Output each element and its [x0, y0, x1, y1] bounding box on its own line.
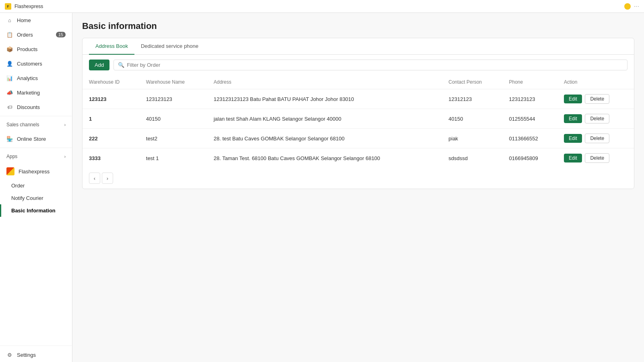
- cell-warehouse-id-0: 123123: [83, 89, 140, 109]
- edit-button-2[interactable]: Edit: [564, 134, 582, 143]
- app-title: Flashexpress: [14, 4, 43, 9]
- table-row: 1 40150 jalan test Shah Alam KLANG Selan…: [83, 109, 634, 129]
- col-action: Action: [557, 75, 634, 89]
- cell-contact-person-3: sdsdssd: [442, 148, 502, 168]
- main-content: Basic information Address Book Dedicated…: [72, 13, 644, 362]
- cell-warehouse-name-1: 40150: [140, 109, 207, 129]
- col-warehouse-name: Warehouse Name: [140, 75, 207, 89]
- cell-contact-person-1: 40150: [442, 109, 502, 129]
- flashexpress-icon: [6, 167, 14, 175]
- sidebar-label-marketing: Marketing: [17, 90, 40, 96]
- delete-button-1[interactable]: Delete: [585, 114, 609, 123]
- cell-address-0: 123123123123 Batu Pahat BATU PAHAT Johor…: [207, 89, 442, 109]
- table-row: 123123 123123123 123123123123 Batu Pahat…: [83, 89, 634, 109]
- pagination: ‹ ›: [83, 168, 634, 189]
- apps-chevron: ›: [64, 154, 66, 159]
- top-bar-actions: ···: [624, 3, 639, 10]
- cell-phone-2: 0113666552: [502, 129, 557, 148]
- edit-button-1[interactable]: Edit: [564, 114, 582, 123]
- cell-warehouse-id-3: 3333: [83, 148, 140, 168]
- tab-address-book[interactable]: Address Book: [89, 38, 134, 55]
- home-icon: ⌂: [6, 17, 13, 23]
- cell-warehouse-name-3: test 1: [140, 148, 207, 168]
- cell-phone-3: 0166945809: [502, 148, 557, 168]
- next-page-button[interactable]: ›: [102, 173, 113, 184]
- col-contact-person: Contact Person: [442, 75, 502, 89]
- analytics-icon: 📊: [6, 75, 13, 81]
- delete-button-0[interactable]: Delete: [585, 94, 609, 104]
- prev-page-button[interactable]: ‹: [89, 173, 100, 184]
- table-row: 3333 test 1 28. Taman Test. 68100 Batu C…: [83, 148, 634, 168]
- add-button[interactable]: Add: [89, 60, 109, 70]
- sidebar-item-orders[interactable]: 📋 Orders 15: [0, 27, 72, 42]
- col-address: Address: [207, 75, 442, 89]
- sidebar-label-analytics: Analytics: [17, 75, 38, 81]
- warehouse-table: Warehouse ID Warehouse Name Address Cont…: [83, 75, 634, 168]
- notification-dot[interactable]: [624, 3, 631, 10]
- sidebar-item-home[interactable]: ⌂ Home: [0, 13, 72, 27]
- orders-icon: 📋: [6, 31, 13, 38]
- products-icon: 📦: [6, 46, 13, 52]
- customers-icon: 👤: [6, 60, 13, 67]
- sub-label-basic-information: Basic Information: [11, 208, 56, 214]
- settings-icon: ⚙: [6, 352, 13, 358]
- cell-warehouse-id-1: 1: [83, 109, 140, 129]
- tabs-container: Address Book Dedicated service phone: [83, 38, 634, 55]
- tab-dedicated-service-phone[interactable]: Dedicated service phone: [134, 38, 205, 55]
- page-title: Basic information: [82, 21, 634, 31]
- sidebar-label-orders: Orders: [17, 32, 33, 38]
- orders-badge: 15: [56, 32, 66, 37]
- toolbar: Add 🔍: [83, 55, 634, 75]
- sub-label-order: Order: [11, 183, 25, 189]
- cell-warehouse-name-2: test2: [140, 129, 207, 148]
- sidebar-label-customers: Customers: [17, 61, 42, 67]
- sidebar-item-discounts[interactable]: 🏷 Discounts: [0, 100, 72, 114]
- sidebar-item-settings[interactable]: ⚙ Settings: [0, 348, 72, 362]
- cell-action-2: Edit Delete: [557, 129, 634, 148]
- sidebar-label-settings: Settings: [17, 352, 36, 358]
- sidebar-item-marketing[interactable]: 📣 Marketing: [0, 85, 72, 100]
- sidebar-sub-item-order[interactable]: Order: [0, 179, 72, 192]
- cell-address-3: 28. Taman Test. 68100 Batu Caves GOMBAK …: [207, 148, 442, 168]
- sidebar-sub-item-basic-information[interactable]: Basic Information: [0, 204, 72, 217]
- more-options[interactable]: ···: [634, 3, 639, 10]
- sidebar-item-online-store[interactable]: 🏪 Online Store: [0, 132, 72, 146]
- divider-1: [0, 116, 72, 116]
- sidebar-label-discounts: Discounts: [17, 104, 40, 110]
- cell-warehouse-id-2: 222: [83, 129, 140, 148]
- sidebar-item-flashexpress[interactable]: Flashexpress: [0, 163, 72, 179]
- delete-button-2[interactable]: Delete: [585, 134, 609, 143]
- sidebar-label-online-store: Online Store: [17, 136, 46, 142]
- sales-channels-label: Sales channels: [6, 122, 39, 128]
- sub-label-notify-courier: Notify Courier: [11, 195, 43, 201]
- sidebar: ⌂ Home 📋 Orders 15 📦 Products 👤 Customer…: [0, 13, 72, 362]
- online-store-icon: 🏪: [6, 136, 13, 142]
- sales-channels-section[interactable]: Sales channels ›: [0, 118, 72, 132]
- delete-button-3[interactable]: Delete: [585, 153, 609, 163]
- sidebar-label-flashexpress: Flashexpress: [19, 169, 50, 175]
- sidebar-item-products[interactable]: 📦 Products: [0, 42, 72, 56]
- edit-button-3[interactable]: Edit: [564, 154, 582, 162]
- cell-action-3: Edit Delete: [557, 148, 634, 168]
- apps-section[interactable]: Apps ›: [0, 150, 72, 163]
- col-warehouse-id: Warehouse ID: [83, 75, 140, 89]
- cell-warehouse-name-0: 123123123: [140, 89, 207, 109]
- cell-phone-0: 123123123: [502, 89, 557, 109]
- divider-3: [0, 346, 72, 346]
- sidebar-sub-item-notify-courier[interactable]: Notify Courier: [0, 192, 72, 204]
- search-icon: 🔍: [118, 62, 124, 68]
- apps-label: Apps: [6, 154, 17, 159]
- search-box: 🔍: [114, 60, 627, 70]
- cell-phone-1: 012555544: [502, 109, 557, 129]
- cell-action-1: Edit Delete: [557, 109, 634, 129]
- sidebar-item-customers[interactable]: 👤 Customers: [0, 56, 72, 71]
- sidebar-item-analytics[interactable]: 📊 Analytics: [0, 71, 72, 85]
- sales-channels-chevron: ›: [64, 123, 66, 127]
- divider-2: [0, 148, 72, 148]
- col-phone: Phone: [502, 75, 557, 89]
- cell-contact-person-2: piak: [442, 129, 502, 148]
- edit-button-0[interactable]: Edit: [564, 95, 582, 103]
- marketing-icon: 📣: [6, 89, 13, 96]
- cell-address-1: jalan test Shah Alam KLANG Selangor Sela…: [207, 109, 442, 129]
- search-input[interactable]: [127, 62, 623, 68]
